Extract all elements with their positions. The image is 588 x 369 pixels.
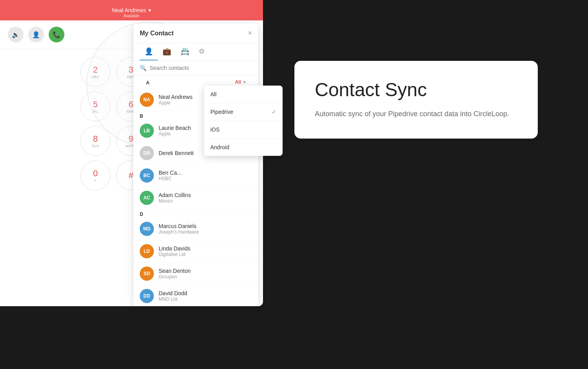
volume-button[interactable]: 🔈 xyxy=(8,27,24,42)
tab-briefcase[interactable]: 💼 xyxy=(158,43,176,60)
avatar-md: MD xyxy=(140,222,154,236)
search-input[interactable] xyxy=(150,65,252,71)
call-button[interactable]: 📞 xyxy=(49,27,64,42)
avatar-bc: BC xyxy=(140,168,154,183)
dial-sub: JKL xyxy=(92,110,99,113)
scene: Neal Andrews ▾ Available 🔈 👤 📞 2 ABC xyxy=(0,0,588,369)
contact-david-dodd[interactable]: DD David Dodd MND Ltd. xyxy=(133,285,258,306)
contact-info-sd: Sean Denton Groupon xyxy=(159,268,252,279)
contact-info-dd: David Dodd MND Ltd. xyxy=(159,290,252,302)
avatar-ld: LD xyxy=(140,244,154,258)
header-username: Neal Andrews xyxy=(112,7,146,13)
search-icon: 🔍 xyxy=(140,65,146,71)
avatar-lb: LB xyxy=(140,124,154,138)
contact-company-bc: HSBC xyxy=(159,176,252,181)
filter-option-android-label: Android xyxy=(210,144,229,150)
section-d: D xyxy=(133,209,258,218)
phone-icon: 📞 xyxy=(53,31,60,38)
dial-sub: + xyxy=(94,179,97,183)
contact-info-ac: Adam Collins Monzo xyxy=(159,192,252,204)
contact-linda-davids[interactable]: LD Linda Davids Digitalise Ltd xyxy=(133,240,258,263)
dial-digit: 2 xyxy=(93,65,98,75)
contact-marcus-daniels[interactable]: MD Marcus Daniels Joseph's Hardware xyxy=(133,218,258,240)
filter-option-pipedrive[interactable]: Pipedrive ✓ xyxy=(204,103,283,121)
person-icon: 👤 xyxy=(32,31,40,38)
dial-key-8[interactable]: 8 TUV xyxy=(80,126,110,156)
tab-contacts[interactable]: 👤 xyxy=(140,43,158,60)
contacts-title: My Contact xyxy=(140,30,173,37)
filter-option-ios-label: iOS xyxy=(210,126,219,133)
avatar-ac: AC xyxy=(140,191,154,205)
contact-name-ac: Adam Collins xyxy=(159,192,252,198)
contacts-tabs: 👤 💼 📇 ⚙ xyxy=(133,43,258,61)
contact-sean-denton[interactable]: SD Sean Denton Groupon xyxy=(133,263,258,285)
avatar-db: DB xyxy=(140,146,154,160)
contact-name-md: Marcus Daniels xyxy=(159,223,252,229)
filter-option-ios[interactable]: iOS xyxy=(204,121,283,139)
dial-key-5[interactable]: 5 JKL xyxy=(80,91,110,121)
contact-company-sd: Groupon xyxy=(159,274,252,279)
header-user[interactable]: Neal Andrews ▾ xyxy=(112,7,151,13)
check-icon: ✓ xyxy=(272,109,276,115)
filter-option-android[interactable]: Android xyxy=(204,139,283,156)
filter-option-all-label: All xyxy=(210,91,217,97)
dial-sub: TUV xyxy=(91,144,99,148)
dial-digit: 8 xyxy=(93,134,98,144)
contact-company-ac: Monzo xyxy=(159,198,252,204)
contacts-close-button[interactable]: × xyxy=(248,29,252,37)
filter-all-label[interactable]: All xyxy=(235,79,241,85)
info-card-description: Automatic sync of your Pipedrive contact… xyxy=(315,108,517,120)
header-chevron: ▾ xyxy=(148,7,151,13)
contact-info-ld: Linda Davids Digitalise Ltd xyxy=(159,245,252,257)
dial-digit: 5 xyxy=(93,99,98,110)
contact-adam-collins[interactable]: AC Adam Collins Monzo xyxy=(133,187,258,209)
contacts-search: 🔍 xyxy=(133,61,258,75)
dial-key-2[interactable]: 2 ABC xyxy=(80,57,110,87)
volume-icon: 🔈 xyxy=(12,31,20,38)
dial-digit: # xyxy=(129,170,133,181)
filter-icon[interactable]: ▾ xyxy=(243,79,246,85)
dial-digit: 3 xyxy=(129,65,133,75)
dial-digit: 6 xyxy=(129,99,133,110)
contact-company-ld: Digitalise Ltd xyxy=(159,252,252,257)
filter-dropdown: All Pipedrive ✓ iOS Android xyxy=(204,86,283,156)
contact-name-dd: David Dodd xyxy=(159,290,252,296)
header-bar: Neal Andrews ▾ Available xyxy=(0,0,263,20)
tab-settings[interactable]: ⚙ xyxy=(194,43,210,60)
contacts-panel: My Contact × 👤 💼 📇 ⚙ 🔍 A All ▾ NA xyxy=(133,24,258,306)
dial-key-0[interactable]: 0 + xyxy=(80,161,110,190)
info-card-title: Contact Sync xyxy=(315,80,517,100)
contact-company-md: Joseph's Hardware xyxy=(159,229,252,235)
section-a: A xyxy=(140,78,156,86)
tab-card[interactable]: 📇 xyxy=(176,43,194,60)
contact-company-dd: MND Ltd. xyxy=(159,296,252,302)
contact-name-bc: Ben Ca... xyxy=(159,170,252,176)
dial-digit: 9 xyxy=(129,134,133,144)
avatar-sd: SD xyxy=(140,267,154,281)
filter-option-all[interactable]: All xyxy=(204,86,283,103)
contacts-panel-header: My Contact × xyxy=(133,24,258,43)
contact-info-md: Marcus Daniels Joseph's Hardware xyxy=(159,223,252,235)
avatar-na: NA xyxy=(140,93,154,107)
filter-option-pipedrive-label: Pipedrive xyxy=(210,109,233,115)
dial-digit: 0 xyxy=(93,168,98,179)
dial-sub: ABC xyxy=(91,75,99,79)
contact-info-bc: Ben Ca... HSBC xyxy=(159,170,252,181)
contact-name-sd: Sean Denton xyxy=(159,268,252,274)
contact-name-ld: Linda Davids xyxy=(159,245,252,252)
header-available: Available xyxy=(124,14,139,18)
avatar-dd: DD xyxy=(140,289,154,303)
info-card: Contact Sync Automatic sync of your Pipe… xyxy=(294,61,538,139)
contact-ben-ca[interactable]: BC Ben Ca... HSBC xyxy=(133,164,258,187)
contacts-button[interactable]: 👤 xyxy=(28,27,44,42)
